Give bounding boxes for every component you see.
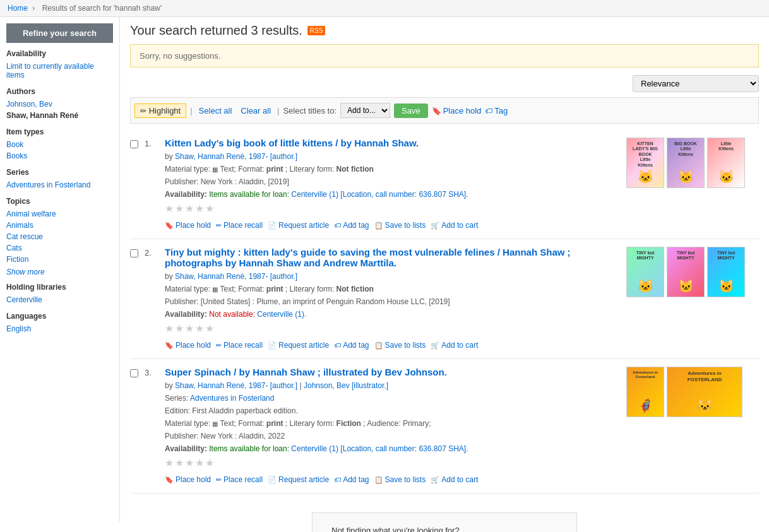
place-recall-btn-1[interactable]: Place recall (216, 220, 263, 231)
add-to-select[interactable]: Add to... (340, 103, 390, 118)
place-hold-btn-3[interactable]: Place hold (165, 474, 211, 485)
result-author-3a[interactable]: Shaw, Hannah René, 1987- [author.] (175, 381, 297, 390)
result-number-3: 3. (145, 368, 158, 377)
tag-toolbar-icon (485, 106, 492, 115)
clear-all-button[interactable]: Clear all (238, 105, 273, 117)
sidebar-link-cats[interactable]: Cats (6, 242, 113, 254)
availability-location-1[interactable]: Centerville (1) [Location, call number: … (291, 190, 468, 199)
select-all-button[interactable]: Select all (196, 105, 235, 117)
bookmark-icon-3 (165, 475, 174, 484)
stars-3[interactable]: ★★★★★ (165, 457, 620, 469)
sidebar-link-animal-welfare[interactable]: Animal welfare (6, 208, 113, 220)
sidebar-link-animals[interactable]: Animals (6, 220, 113, 231)
sidebar-link-johnson[interactable]: Johnson, Bev (6, 98, 113, 110)
save-button[interactable]: Save (394, 103, 428, 118)
result-availability-2: Availability: Not available: Centerville… (165, 310, 620, 319)
result-title-2[interactable]: Tiny but mighty : kitten lady's guide to… (165, 247, 620, 268)
result-body-1: Kitten Lady's big book of little kittens… (165, 138, 620, 231)
sort-select[interactable]: Relevance Author (A-Z) Author (Z-A) Date… (633, 75, 759, 92)
text-icon-1 (212, 165, 218, 174)
result-checkbox-2[interactable] (130, 249, 138, 257)
availability-location-3[interactable]: Centerville (1) [Location, call number: … (291, 444, 468, 453)
sidebar-link-shaw[interactable]: Shaw, Hannah René (6, 110, 113, 121)
no-suggestions-banner: Sorry, no suggestions. (130, 44, 759, 68)
add-tag-btn-3[interactable]: Add tag (334, 474, 369, 485)
add-to-cart-btn-1[interactable]: Add to cart (431, 220, 478, 231)
sidebar-link-available[interactable]: Limit to currently available items (6, 61, 113, 81)
rss-icon[interactable]: RSS (307, 26, 326, 35)
highlight-icon (140, 106, 146, 115)
result-series-3: Series: Adventures in Fosterland (165, 393, 620, 404)
place-hold-btn-1[interactable]: Place hold (165, 220, 211, 231)
result-title-3[interactable]: Super Spinach / by Hannah Shaw ; illustr… (165, 367, 620, 377)
result-covers-2: TINY but MIGHTY 🐱 TINY but MIGHTY 🐱 TINY… (626, 247, 759, 297)
sidebar-link-fosterland[interactable]: Adventures in Fosterland (6, 179, 113, 191)
result-covers-3: Adventures in Fosterland 🦸 Adventures in… (626, 367, 759, 417)
breadcrumb-home[interactable]: Home (8, 4, 28, 13)
request-article-btn-1[interactable]: Request article (268, 220, 329, 231)
availability-location-2[interactable]: Centerville (1). (257, 310, 306, 319)
result-checkbox-1[interactable] (130, 140, 138, 148)
add-tag-btn-1[interactable]: Add tag (334, 220, 369, 231)
result-covers-1: KITTEN LADY'S BIG BOOKLittleKittens 🐱 BI… (626, 138, 759, 188)
save-to-lists-btn-1[interactable]: Save to lists (374, 220, 426, 231)
sidebar-link-cat-rescue[interactable]: Cat rescue (6, 231, 113, 242)
save-to-lists-btn-2[interactable]: Save to lists (374, 340, 426, 351)
highlight-button[interactable]: Highlight (134, 103, 186, 118)
result-material-3: Material type: Text; Format: print ; Lit… (165, 418, 620, 429)
result-number-2: 2. (145, 248, 158, 257)
result-meta-1: by Shaw, Hannah René, 1987- [author.] (165, 151, 620, 162)
tag-icon-2 (334, 341, 341, 350)
result-meta-2: by Shaw, Hannah René, 1987- [author.] (165, 271, 620, 282)
select-all-label: Select all (199, 106, 232, 115)
request-article-btn-3[interactable]: Request article (268, 474, 329, 485)
cover-img-1c: LittleKittens 🐱 (707, 138, 745, 188)
text-icon-2 (212, 285, 218, 293)
save-to-lists-btn-3[interactable]: Save to lists (374, 474, 426, 485)
result-author-1[interactable]: Shaw, Hannah René, 1987- [author.] (175, 152, 297, 161)
sidebar-link-centerville[interactable]: Centerville (6, 294, 113, 305)
toolbar-tag-button[interactable]: Tag (485, 106, 508, 115)
add-to-cart-btn-2[interactable]: Add to cart (431, 340, 478, 351)
sidebar-link-english[interactable]: English (6, 323, 113, 334)
no-suggestions-text: Sorry, no suggestions. (140, 51, 220, 61)
cover-img-1b: BIG BOOKLittleKittens 🐱 (667, 138, 705, 188)
result-checkbox-3[interactable] (130, 369, 138, 377)
sidebar-section-authors: Authors (6, 87, 113, 96)
result-title-1[interactable]: Kitten Lady's big book of little kittens… (165, 138, 620, 148)
toolbar-place-hold-button[interactable]: Place hold (432, 106, 482, 115)
result-author-3b[interactable]: Johnson, Bev [illustrator.] (304, 381, 388, 390)
main-content: Your search returned 3 results. RSS Sorr… (120, 17, 769, 532)
result-material-1: Material type: Text; Format: print ; Lit… (165, 163, 620, 175)
result-actions-3: Place hold Place recall Request article … (165, 474, 620, 485)
result-series-link-3[interactable]: Adventures in Fosterland (190, 394, 274, 403)
result-body-2: Tiny but mighty : kitten lady's guide to… (165, 247, 620, 351)
sidebar-section-languages: Languages (6, 312, 113, 321)
results-header: Your search returned 3 results. RSS (130, 23, 759, 38)
list-icon-3 (374, 475, 383, 484)
stars-1[interactable]: ★★★★★ (165, 203, 620, 215)
highlight-label: Highlight (149, 106, 181, 115)
breadcrumb-current: Results of search for 'hannah shaw' (42, 4, 162, 13)
add-tag-btn-2[interactable]: Add tag (334, 340, 369, 351)
bookmark-toolbar-icon (432, 106, 441, 115)
add-to-cart-btn-3[interactable]: Add to cart (431, 474, 478, 485)
sidebar-link-book[interactable]: Book (6, 139, 113, 150)
sidebar-show-more[interactable]: Show more (6, 268, 113, 276)
clear-all-label: Clear all (241, 106, 271, 115)
request-article-btn-2[interactable]: Request article (268, 340, 329, 351)
place-recall-btn-3[interactable]: Place recall (216, 474, 263, 485)
pencil-icon-3 (216, 475, 222, 484)
place-hold-btn-2[interactable]: Place hold (165, 340, 211, 351)
save-label: Save (402, 106, 420, 115)
tag-icon-3 (334, 475, 341, 484)
place-recall-btn-2[interactable]: Place recall (216, 340, 263, 351)
stars-2[interactable]: ★★★★★ (165, 322, 620, 334)
article-icon-3 (268, 475, 277, 484)
sidebar-section-series: Series (6, 168, 113, 177)
select-titles-label: Select titles to: (283, 106, 337, 115)
sidebar-link-books[interactable]: Books (6, 150, 113, 162)
cart-icon-2 (431, 341, 439, 350)
result-author-2[interactable]: Shaw, Hannah René, 1987- [author.] (175, 272, 297, 281)
sidebar-link-fiction[interactable]: Fiction (6, 254, 113, 265)
